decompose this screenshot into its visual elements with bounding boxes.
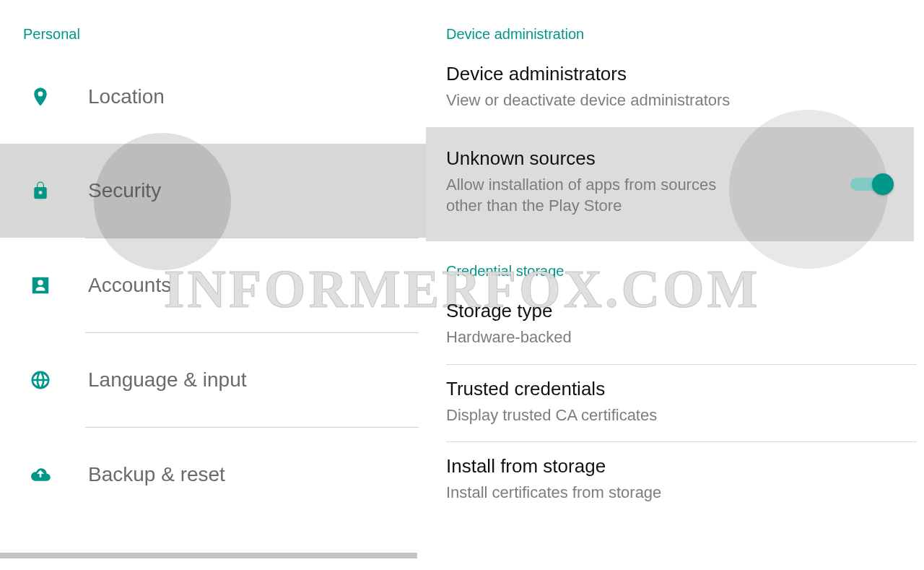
menu-label: Accounts xyxy=(88,274,171,297)
setting-sub: View or deactivate device administrators xyxy=(446,90,749,111)
lock-icon xyxy=(29,179,52,202)
menu-item-security[interactable]: Security xyxy=(0,144,426,238)
settings-right-pane: Device administration Device administrat… xyxy=(426,0,924,570)
globe-icon xyxy=(29,368,52,392)
setting-title: Device administrators xyxy=(446,63,897,85)
bottom-scrollbar xyxy=(0,553,417,558)
toggle-thumb xyxy=(872,173,894,195)
menu-item-backup[interactable]: Backup & reset xyxy=(0,428,426,522)
menu-label: Backup & reset xyxy=(88,463,225,486)
location-icon xyxy=(29,85,52,108)
menu-label: Security xyxy=(88,179,161,202)
setting-unknown-sources[interactable]: Unknown sources Allow installation of ap… xyxy=(426,127,914,241)
menu-item-language[interactable]: Language & input xyxy=(0,333,426,427)
left-section-header: Personal xyxy=(0,0,426,50)
setting-trusted-credentials[interactable]: Trusted credentials Display trusted CA c… xyxy=(426,365,917,442)
unknown-sources-toggle[interactable] xyxy=(850,173,894,195)
setting-install-from-storage[interactable]: Install from storage Install certificate… xyxy=(426,442,917,519)
setting-storage-type[interactable]: Storage type Hardware-backed xyxy=(426,287,917,364)
settings-left-pane: Personal Location Security Accounts xyxy=(0,0,426,570)
setting-sub: Install certificates from storage xyxy=(446,482,749,504)
setting-title: Trusted credentials xyxy=(446,378,897,400)
menu-label: Location xyxy=(88,85,165,108)
setting-title: Install from storage xyxy=(446,455,897,478)
right-section-header: Device administration xyxy=(426,0,917,50)
menu-label: Language & input xyxy=(88,368,247,392)
backup-icon xyxy=(29,463,52,486)
setting-sub: Allow installation of apps from sources … xyxy=(446,174,749,217)
setting-title: Unknown sources xyxy=(446,147,894,170)
account-icon xyxy=(29,274,52,297)
setting-sub: Hardware-backed xyxy=(446,327,749,348)
setting-device-admins[interactable]: Device administrators View or deactivate… xyxy=(426,50,917,127)
menu-item-accounts[interactable]: Accounts xyxy=(0,238,426,332)
setting-title: Storage type xyxy=(446,300,897,322)
menu-item-location[interactable]: Location xyxy=(0,50,426,144)
setting-sub: Display trusted CA certificates xyxy=(446,405,749,426)
